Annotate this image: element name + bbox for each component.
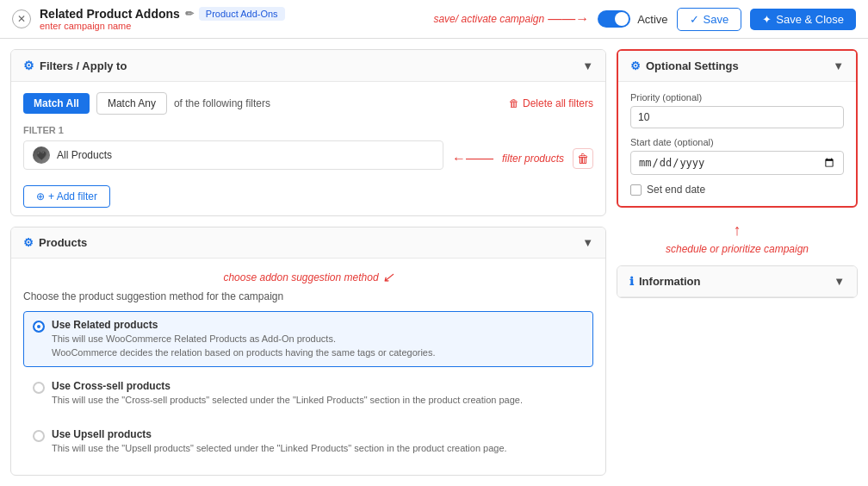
optional-settings-card: ⚙ Optional Settings ▼ Priority (optional… bbox=[617, 49, 858, 208]
start-date-group: Start date (optional) bbox=[630, 137, 844, 175]
information-title: ℹ Information bbox=[629, 275, 701, 288]
products-card-header: ⚙ Products ▼ bbox=[11, 227, 605, 259]
optional-settings-body: Priority (optional) Start date (optional… bbox=[618, 82, 856, 206]
filters-card-body: Match All Match Any of the following fil… bbox=[11, 82, 605, 216]
products-card-title: ⚙ Products bbox=[23, 236, 87, 249]
close-button[interactable]: ✕ bbox=[12, 9, 31, 28]
right-annotation-arrow-up: ↑ bbox=[734, 221, 741, 240]
filters-card-title: ⚙ Filters / Apply to bbox=[23, 59, 127, 72]
optional-settings-header: ⚙ Optional Settings ▼ bbox=[618, 51, 856, 82]
filters-card: ⚙ Filters / Apply to ▼ Match All Match A… bbox=[10, 49, 606, 216]
filter-product-icon: 🖤 bbox=[33, 146, 50, 164]
products-chevron-icon[interactable]: ▼ bbox=[582, 236, 593, 249]
match-any-button[interactable]: Match Any bbox=[96, 92, 167, 115]
products-card: ⚙ Products ▼ choose addon suggestion met… bbox=[10, 227, 606, 476]
optional-chevron-icon[interactable]: ▼ bbox=[833, 59, 844, 72]
trash-icon: 🗑 bbox=[509, 97, 519, 109]
save-annotation: save/ activate campaign ——→ bbox=[433, 11, 589, 27]
add-filter-plus-icon: ⊕ bbox=[36, 190, 45, 202]
filters-card-header: ⚙ Filters / Apply to ▼ bbox=[11, 50, 605, 82]
main-content: ⚙ Filters / Apply to ▼ Match All Match A… bbox=[0, 39, 868, 486]
filters-chevron-icon[interactable]: ▼ bbox=[582, 59, 593, 72]
filter-annotation-text: filter products bbox=[502, 153, 564, 165]
delete-all-filters-button[interactable]: 🗑 Delete all filters bbox=[509, 97, 593, 109]
radio-crosssell-circle bbox=[33, 382, 45, 394]
filter-text: of the following filters bbox=[174, 97, 270, 109]
radio-crosssell-content: Use Cross-sell products This will use th… bbox=[52, 380, 523, 407]
app-title: Related Product Addons ✏ Product Add-Ons bbox=[40, 7, 285, 21]
add-filter-button[interactable]: ⊕ + Add filter bbox=[23, 185, 110, 208]
information-card: ℹ Information ▼ bbox=[617, 265, 858, 298]
radio-upsell-content: Use Upsell products This will use the "U… bbox=[52, 428, 507, 455]
optional-settings-title: ⚙ Optional Settings bbox=[630, 59, 739, 72]
set-end-date-checkbox[interactable] bbox=[630, 184, 642, 196]
information-chevron-icon[interactable]: ▼ bbox=[834, 275, 845, 288]
radio-upsell-products[interactable]: Use Upsell products This will use the "U… bbox=[23, 421, 593, 463]
radio-related-circle bbox=[33, 321, 45, 333]
products-icon: ⚙ bbox=[23, 236, 34, 249]
save-close-icon: ✦ bbox=[762, 13, 772, 26]
start-date-input[interactable] bbox=[630, 151, 844, 175]
right-annotation: ↑ schedule or prioritize campaign bbox=[617, 221, 858, 255]
save-button[interactable]: ✓ Save bbox=[677, 8, 742, 31]
left-panel: ⚙ Filters / Apply to ▼ Match All Match A… bbox=[10, 49, 606, 476]
annotation-arrow-right: ——→ bbox=[548, 11, 589, 27]
info-circle-icon: ℹ bbox=[629, 275, 634, 288]
radio-related-content: Use Related products This will use WooCo… bbox=[52, 319, 436, 359]
filter-match-buttons: Match All Match Any of the following fil… bbox=[23, 92, 593, 115]
set-end-date-row: Set end date bbox=[630, 184, 844, 196]
information-header: ℹ Information ▼ bbox=[617, 266, 857, 297]
filter1-delete-button[interactable]: 🗑 bbox=[573, 148, 593, 169]
campaign-name-hint[interactable]: enter campaign name bbox=[40, 21, 285, 31]
products-annotation: choose addon suggestion method ↙ bbox=[23, 269, 593, 285]
products-subtitle: Choose the product suggestion method for… bbox=[23, 290, 593, 302]
priority-input[interactable] bbox=[630, 106, 844, 128]
products-annotation-arrow: ↙ bbox=[382, 269, 394, 285]
match-all-button[interactable]: Match All bbox=[23, 93, 90, 114]
title-area: Related Product Addons ✏ Product Add-Ons… bbox=[40, 7, 285, 31]
right-panel: ⚙ Optional Settings ▼ Priority (optional… bbox=[617, 49, 858, 476]
top-bar: ✕ Related Product Addons ✏ Product Add-O… bbox=[0, 0, 868, 39]
products-card-body: choose addon suggestion method ↙ Choose … bbox=[11, 259, 605, 476]
active-toggle[interactable] bbox=[598, 10, 630, 28]
save-close-button[interactable]: ✦ Save & Close bbox=[750, 9, 856, 30]
set-end-date-label: Set end date bbox=[647, 184, 705, 196]
start-date-label: Start date (optional) bbox=[630, 137, 844, 147]
filter-funnel-icon: ⚙ bbox=[23, 59, 34, 72]
optional-gear-icon: ⚙ bbox=[630, 59, 641, 72]
active-label: Active bbox=[637, 13, 667, 26]
filter1-label: FILTER 1 bbox=[23, 125, 593, 135]
filter1-name: All Products bbox=[57, 149, 434, 161]
pencil-icon[interactable]: ✏ bbox=[185, 8, 194, 20]
radio-upsell-circle bbox=[33, 430, 45, 442]
active-toggle-area: Active bbox=[598, 10, 667, 28]
filter1-row: 🖤 All Products bbox=[23, 140, 443, 170]
priority-label: Priority (optional) bbox=[630, 92, 844, 103]
radio-related-products[interactable]: Use Related products This will use WooCo… bbox=[23, 311, 593, 367]
breadcrumb-badge: Product Add-Ons bbox=[199, 7, 285, 21]
radio-crosssell-products[interactable]: Use Cross-sell products This will use th… bbox=[23, 372, 593, 414]
priority-group: Priority (optional) bbox=[630, 92, 844, 128]
filter-annotation-arrow: ←—— bbox=[452, 151, 493, 166]
save-check-icon: ✓ bbox=[690, 13, 699, 26]
